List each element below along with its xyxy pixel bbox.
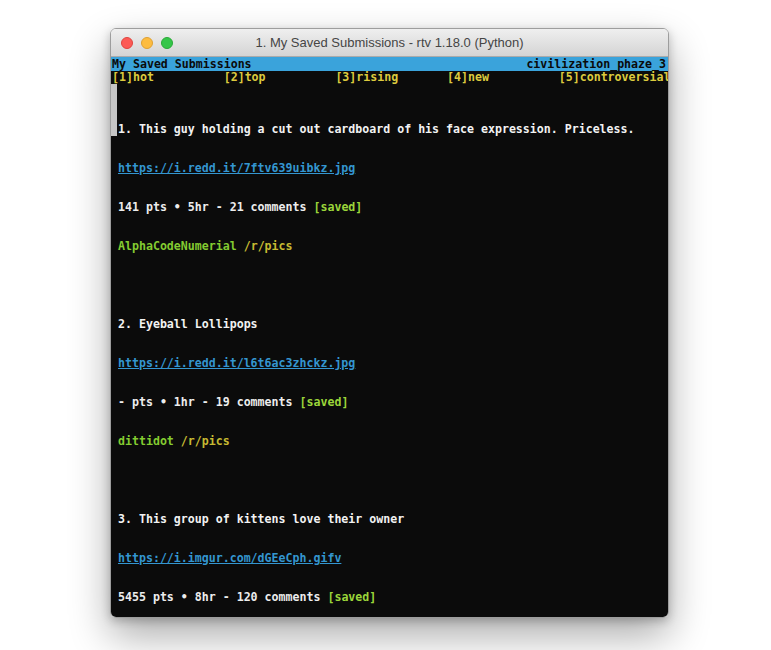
zoom-button[interactable] [161, 37, 173, 49]
username: civilization_phaze_3 [526, 57, 666, 71]
submission-stats-line: - pts • 1hr - 19 comments[saved] [118, 396, 668, 409]
tab-rising[interactable]: [3]rising [335, 71, 447, 84]
submission-url[interactable]: https://i.redd.it/l6t6ac3zhckz.jpg [118, 356, 355, 370]
traffic-lights [121, 29, 173, 56]
submission-list: 1. This guy holding a cut out cardboard … [111, 84, 668, 617]
submission-title: 1. This guy holding a cut out cardboard … [118, 123, 668, 136]
minimize-button[interactable] [141, 37, 153, 49]
window-title: 1. My Saved Submissions - rtv 1.18.0 (Py… [255, 35, 523, 50]
submission-stats-line: 141 pts • 5hr - 21 comments[saved] [118, 201, 668, 214]
submission-row-1[interactable]: 1. This guy holding a cut out cardboard … [111, 84, 668, 279]
subreddit[interactable]: /r/pics [244, 239, 293, 253]
terminal-window: 1. My Saved Submissions - rtv 1.18.0 (Py… [110, 28, 669, 618]
close-button[interactable] [121, 37, 133, 49]
author[interactable]: dittidot [118, 434, 174, 448]
saved-badge: [saved] [327, 590, 376, 604]
saved-badge: [saved] [313, 200, 362, 214]
subreddit[interactable]: /r/pics [181, 434, 230, 448]
submission-stats: - pts • 1hr - 19 comments [118, 395, 293, 409]
submission-byline: dittidot/r/pics [118, 435, 668, 448]
submission-stats: 141 pts • 5hr - 21 comments [118, 200, 306, 214]
submission-url[interactable]: https://i.redd.it/7ftv639uibkz.jpg [118, 161, 355, 175]
header-bar: My Saved Submissions civilization_phaze_… [111, 57, 668, 71]
submission-stats-line: 5455 pts • 8hr - 120 comments[saved] [118, 591, 668, 604]
submission-stats: 5455 pts • 8hr - 120 comments [118, 590, 320, 604]
window-titlebar[interactable]: 1. My Saved Submissions - rtv 1.18.0 (Py… [111, 29, 668, 57]
selection-cursor [111, 84, 117, 136]
submission-row-2[interactable]: 2. Eyeball Lollipops https://i.redd.it/l… [111, 292, 668, 474]
saved-badge: [saved] [300, 395, 349, 409]
author[interactable]: AlphaCodeNumerial [118, 239, 237, 253]
tab-controversial[interactable]: [5]controversial [559, 71, 668, 84]
submission-title: 3. This group of kittens love their owne… [118, 513, 668, 526]
submission-byline: AlphaCodeNumerial/r/pics [118, 240, 668, 253]
tab-hot[interactable]: [1]hot [112, 71, 224, 84]
submission-title: 2. Eyeball Lollipops [118, 318, 668, 331]
submission-row-3[interactable]: 3. This group of kittens love their owne… [111, 487, 668, 617]
tab-bar: [1]hot [2]top [3]rising [4]new [5]contro… [111, 71, 668, 84]
terminal-content: My Saved Submissions civilization_phaze_… [111, 57, 668, 617]
tab-new[interactable]: [4]new [447, 71, 559, 84]
page-title: My Saved Submissions [112, 57, 252, 71]
screen: 1. My Saved Submissions - rtv 1.18.0 (Py… [0, 0, 771, 650]
tab-top[interactable]: [2]top [224, 71, 336, 84]
submission-url[interactable]: https://i.imgur.com/dGEeCph.gifv [118, 551, 341, 565]
